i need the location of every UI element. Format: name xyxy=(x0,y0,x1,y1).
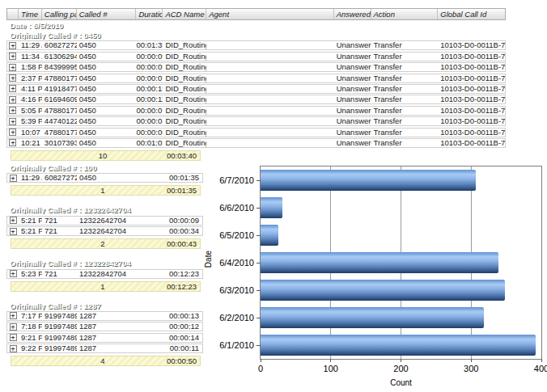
expand-cell: + xyxy=(7,129,19,136)
summary-total-duration: 00:00:50 xyxy=(133,356,200,365)
expand-row-button[interactable]: + xyxy=(9,85,16,92)
table-row: +9:22 PM9199748952128700:00:11 xyxy=(6,344,203,353)
column-header-expand xyxy=(7,9,19,19)
summary-call-count: 1 xyxy=(73,282,133,291)
chart-category-band: 6/3/2010 xyxy=(261,276,541,304)
table-cell: 4788017770 xyxy=(42,74,77,82)
table-cell: 1287 xyxy=(77,344,137,352)
expand-row-button[interactable]: + xyxy=(9,64,16,71)
sub-group-tables: Originally Called # : 100+11:29 AM608272… xyxy=(6,163,203,376)
table-cell: 0450 xyxy=(77,174,137,182)
expand-cell: + xyxy=(7,42,19,49)
x-axis-tick xyxy=(401,359,401,362)
table-row: +7:18 PM9199748952128700:00:12 xyxy=(6,322,203,331)
table-row: +10:07 PM4788017770045000:00:06DID_Routi… xyxy=(6,128,506,137)
table-row: +5:23 PM7211232284270400:12:23 xyxy=(6,269,203,279)
expand-cell: + xyxy=(7,334,19,341)
expand-cell: + xyxy=(7,217,19,224)
x-tick-label: 200 xyxy=(393,364,408,373)
group-summary-row: 200:00:43 xyxy=(11,238,201,249)
expand-cell: + xyxy=(7,96,19,103)
expand-row-button[interactable]: + xyxy=(9,74,16,82)
table-cell: 7:17 PM xyxy=(19,312,42,320)
table-cell: 00:00:11 xyxy=(137,344,202,352)
category-label: 6/5/2010 xyxy=(219,221,254,249)
chart-x-axis-title: Count xyxy=(261,378,541,387)
expand-row-button[interactable]: + xyxy=(9,139,16,146)
table-cell: 12322842704 xyxy=(77,270,137,278)
table-cell: DID_Routing xyxy=(163,129,206,137)
call-report-table: Time Calling party # Called # Duration A… xyxy=(6,8,506,161)
table-cell: 10103-D0-0011B-778 xyxy=(438,117,505,125)
table-cell: 1:58 PM xyxy=(19,63,42,71)
table-row: +5:21 PM7211232264270400:00:34 xyxy=(6,226,203,236)
expand-row-button[interactable]: + xyxy=(10,228,17,235)
expand-row-button[interactable]: + xyxy=(10,270,17,277)
table-cell: 0450 xyxy=(77,63,137,71)
expand-row-button[interactable]: + xyxy=(9,53,16,60)
table-cell: 00:00:13 xyxy=(137,312,202,320)
table-cell: 721 xyxy=(42,270,77,278)
expand-row-button[interactable]: + xyxy=(9,129,16,136)
table-cell: 4191847701 xyxy=(42,85,77,93)
expand-row-button[interactable]: + xyxy=(9,42,16,49)
table-cell: 10:21 PM xyxy=(19,139,42,147)
table-cell: 9:22 PM xyxy=(19,344,42,352)
chart-y-axis-title: Date xyxy=(204,251,213,268)
expand-row-button[interactable]: + xyxy=(10,312,17,319)
column-header-calling: Calling party # xyxy=(42,9,77,19)
chart-category-band: 6/7/2010 xyxy=(261,166,541,194)
expand-row-button[interactable]: + xyxy=(10,345,17,352)
table-cell: DID_Routing xyxy=(163,85,206,93)
table-cell: 6082727287 xyxy=(42,41,77,49)
summary-call-count: 2 xyxy=(73,239,133,248)
expand-row-button[interactable]: + xyxy=(10,217,17,224)
table-cell: 721 xyxy=(42,217,77,225)
data-bar xyxy=(261,170,476,191)
category-label: 6/4/2010 xyxy=(219,249,254,276)
table-cell: 00:12:23 xyxy=(137,270,202,278)
table-cell: 4474012204 xyxy=(42,117,77,125)
summary-call-count: 1 xyxy=(73,186,133,195)
table-cell: 4:16 PM xyxy=(19,95,42,103)
table-row: +2:37 PM4788017770045000:00:07DID_Routin… xyxy=(6,74,506,83)
table-row: +4:16 PM6169460905045000:00:11DID_Routin… xyxy=(6,95,506,104)
table-row: +5:05 PM4788017770045000:00:07DID_Routin… xyxy=(6,106,506,116)
sub-group-section: Originally Called # : 100+11:29 AM608272… xyxy=(6,163,203,196)
x-axis-tick xyxy=(471,359,472,362)
expand-row-button[interactable]: + xyxy=(10,334,17,341)
expand-row-button[interactable]: + xyxy=(9,118,16,125)
category-label: 6/1/2010 xyxy=(219,331,254,359)
table-cell: Unanswered xyxy=(334,85,371,93)
table-cell: 11:34 AM xyxy=(19,53,42,61)
originally-called-band: Originally Called # : 1287 xyxy=(6,301,203,310)
table-cell: 9:21 PM xyxy=(19,334,42,342)
table-cell: 0450 xyxy=(77,117,137,125)
x-tick-label: 100 xyxy=(324,364,338,373)
expand-cell: + xyxy=(7,85,19,92)
table-cell: 6169460905 xyxy=(42,95,77,103)
sub-group-section: Originally Called # : 1287+7:17 PM919974… xyxy=(6,301,203,367)
column-header-answered: Answered xyxy=(334,9,371,19)
table-cell: 0450 xyxy=(77,139,137,147)
group-summary-row: 100:01:35 xyxy=(11,185,201,196)
table-cell: 12322642704 xyxy=(77,217,137,225)
table-cell: Transfer xyxy=(371,85,439,93)
table-cell: 00:00:09 xyxy=(137,217,202,225)
table-cell: 8439999581 xyxy=(42,63,77,71)
table-cell: 0450 xyxy=(77,85,137,93)
table-cell: DID_Routing xyxy=(163,41,206,49)
table-cell: 11:29 AM xyxy=(19,174,42,182)
expand-row-button[interactable]: + xyxy=(10,323,17,331)
table-row: +11:29 AM6082727287045000:01:35DID_Routi… xyxy=(6,40,506,50)
column-header-agent: Agent xyxy=(206,9,333,19)
expand-row-button[interactable]: + xyxy=(10,175,17,182)
summary-total-duration: 00:01:35 xyxy=(133,186,200,195)
table-header-row: Time Calling party # Called # Duration A… xyxy=(6,8,506,20)
expand-row-button[interactable]: + xyxy=(9,107,16,114)
table-cell: 6130629432 xyxy=(42,53,77,61)
table-cell: 10103-D0-0011B-771 xyxy=(438,74,505,82)
table-cell: 7:18 PM xyxy=(19,322,42,331)
expand-cell: + xyxy=(7,107,19,114)
expand-row-button[interactable]: + xyxy=(9,96,16,103)
